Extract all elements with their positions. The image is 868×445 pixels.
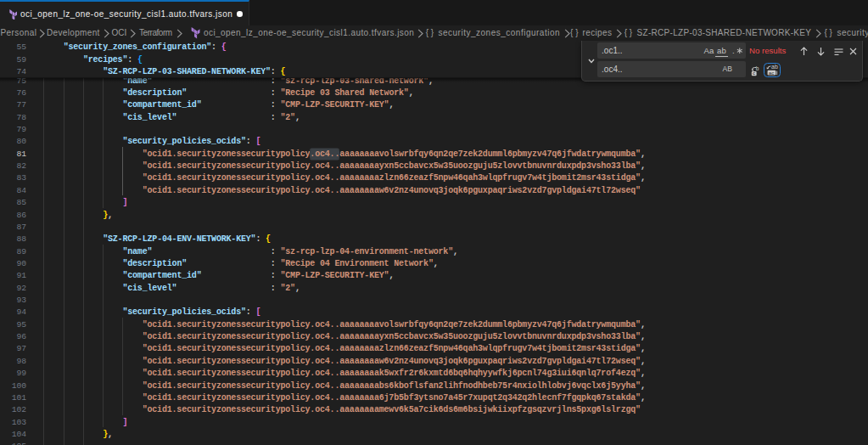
svg-text:c: c xyxy=(753,70,755,76)
svg-text:b: b xyxy=(756,66,759,71)
